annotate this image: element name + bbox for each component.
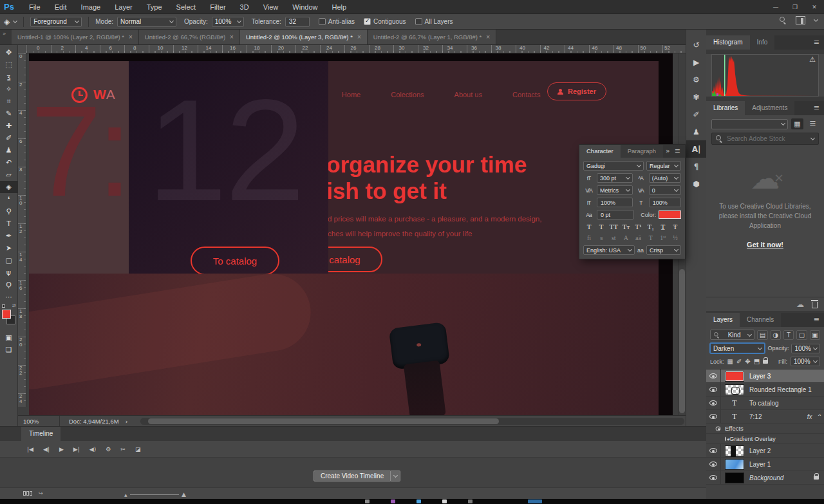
frame-view-icon[interactable]: [23, 491, 32, 496]
quick-mask-button[interactable]: ▣: [0, 331, 18, 344]
baseline-shift-input[interactable]: 0 pt: [597, 210, 634, 219]
actions-panel-icon[interactable]: ▶: [686, 53, 707, 71]
text-color-swatch[interactable]: [659, 210, 681, 219]
menu-item[interactable]: 3D: [234, 2, 255, 12]
paragraph-panel-icon[interactable]: ¶: [686, 158, 707, 175]
layer-row-rounded-rectangle-1[interactable]: Rounded Rectangle 1: [706, 383, 824, 397]
document-tab-3-active[interactable]: Untitled-2 @ 100% (Layer 3, RGB/8#) *×: [240, 30, 368, 44]
faux-italic-button[interactable]: T: [596, 223, 606, 230]
swash-button[interactable]: A: [621, 234, 631, 241]
horizontal-scrollbar-thumb[interactable]: [148, 418, 499, 424]
lock-transparent-pixels-icon[interactable]: ▦: [727, 358, 733, 365]
layer-row-background[interactable]: Background: [706, 471, 824, 485]
list-view-button[interactable]: ☰: [807, 118, 819, 129]
effect-visibility-toggle[interactable]: [706, 434, 726, 443]
path-selection-tool[interactable]: ➤: [0, 242, 18, 254]
tolerance-input[interactable]: 32: [285, 17, 310, 27]
menu-item[interactable]: Window: [286, 2, 323, 12]
filter-adjustment-layers-icon[interactable]: ◑: [771, 330, 781, 340]
tab-paragraph[interactable]: Paragraph: [621, 145, 663, 158]
close-tab-icon[interactable]: ×: [129, 33, 133, 41]
discretionary-ligatures-button[interactable]: st: [608, 234, 619, 241]
layer-visibility-toggle[interactable]: [706, 471, 721, 484]
contextual-alternates-button[interactable]: ɞ: [596, 234, 606, 241]
library-search-input[interactable]: Search Adobe Stock: [711, 133, 819, 145]
tab-histogram[interactable]: Histogram: [706, 35, 750, 50]
opacity-select[interactable]: 100%: [212, 17, 244, 27]
layer-row-layer-3[interactable]: Layer 3: [706, 369, 824, 383]
horizontal-scrollbar[interactable]: [140, 418, 684, 425]
tab-info[interactable]: Info: [750, 35, 775, 50]
go-to-previous-frame-button[interactable]: ◀|: [43, 446, 50, 453]
layer-row-layer-2[interactable]: Layer 2: [706, 444, 824, 458]
superscript-button[interactable]: T¹: [633, 223, 644, 230]
fractions-button[interactable]: ½: [670, 234, 680, 241]
lock-all-icon[interactable]: [763, 360, 768, 364]
layer-thumbnail[interactable]: [725, 459, 744, 470]
type-tool[interactable]: T: [0, 218, 18, 230]
menu-item[interactable]: Edit: [49, 2, 73, 12]
all-caps-button[interactable]: TT: [608, 223, 619, 230]
foreground-color-swatch[interactable]: [2, 310, 11, 319]
mode-select[interactable]: Normal: [117, 17, 176, 27]
tab-layers[interactable]: Layers: [706, 313, 740, 327]
faux-bold-button[interactable]: T: [584, 223, 594, 230]
titling-alternates-button[interactable]: T: [646, 234, 656, 241]
zoom-in-icon[interactable]: ▲: [182, 491, 186, 498]
close-tab-icon[interactable]: ×: [230, 33, 234, 41]
edit-toolbar-button[interactable]: ···: [0, 291, 18, 303]
pen-tool[interactable]: ✒: [0, 230, 18, 242]
tab-channels[interactable]: Channels: [740, 313, 781, 327]
grid-view-button[interactable]: ▦: [791, 118, 803, 129]
screen-mode-button[interactable]: ❏: [0, 344, 18, 356]
menu-item[interactable]: Layer: [109, 2, 138, 12]
move-tool[interactable]: ✥: [0, 46, 18, 59]
create-timeline-dropdown-icon[interactable]: [391, 471, 400, 481]
brush-presets-panel-icon[interactable]: ✾: [686, 88, 707, 106]
healing-brush-tool[interactable]: ✚: [0, 120, 18, 132]
anti-alias-checkbox-box[interactable]: [319, 18, 326, 25]
quick-selection-tool[interactable]: ✧: [0, 83, 18, 95]
menu-item[interactable]: Image: [75, 2, 107, 12]
status-menu-chevron-icon[interactable]: ›: [126, 418, 128, 425]
contiguous-checkbox[interactable]: Contiguous: [364, 18, 406, 25]
marquee-tool[interactable]: ⬚: [0, 59, 18, 71]
layer-thumbnail[interactable]: [725, 445, 744, 456]
zoom-out-icon[interactable]: ▲: [124, 492, 127, 497]
tab-libraries[interactable]: Libraries: [706, 101, 745, 115]
lock-artboard-icon[interactable]: ⬒: [754, 358, 760, 365]
layer-row-effects[interactable]: Effects: [706, 424, 824, 434]
ruler-origin-corner[interactable]: [18, 45, 26, 53]
sync-libraries-icon[interactable]: ☁: [796, 300, 804, 309]
library-select[interactable]: [711, 119, 788, 129]
mute-audio-button[interactable]: ◀): [89, 446, 96, 453]
layer-fx-badge[interactable]: fx: [807, 413, 812, 420]
close-tab-icon[interactable]: ×: [486, 33, 490, 41]
workspace-chevron-icon[interactable]: [814, 17, 818, 22]
collapse-effects-icon[interactable]: ⌃: [816, 413, 821, 420]
all-layers-checkbox[interactable]: All Layers: [415, 18, 453, 25]
layer-fill-select[interactable]: 100%: [791, 357, 820, 366]
brush-tool[interactable]: ✐: [0, 132, 18, 144]
history-brush-tool[interactable]: ↶: [0, 156, 18, 169]
layer-row-7-12[interactable]: T 7:12 fx⌃: [706, 410, 824, 424]
zoom-tool[interactable]: Ϙ: [0, 279, 18, 291]
brush-settings-panel-icon[interactable]: ✐: [686, 106, 707, 123]
layer-filter-kind-select[interactable]: Kind: [710, 330, 754, 340]
layer-opacity-select[interactable]: 100%: [791, 344, 820, 353]
tool-presets-panel-icon[interactable]: ⚙: [686, 71, 707, 88]
layer-row-gradient-overlay[interactable]: Gradient Overlay: [706, 434, 824, 444]
panel-menu-icon[interactable]: ≡: [814, 313, 824, 327]
shape-tool[interactable]: ▢: [0, 254, 18, 266]
close-tab-icon[interactable]: ×: [357, 33, 361, 41]
layer-visibility-toggle[interactable]: [706, 458, 721, 471]
panel-menu-icon[interactable]: ≡: [814, 101, 824, 115]
canvas-document[interactable]: 7: organize your time ish to get it d pr…: [29, 53, 673, 415]
render-video-icon[interactable]: ↪: [39, 490, 43, 496]
horizontal-scale-input[interactable]: 100%: [649, 198, 681, 207]
timeline-settings-button[interactable]: ⚙: [106, 446, 111, 453]
threed-panel-icon[interactable]: ⬢: [686, 175, 707, 192]
get-it-now-link[interactable]: Get it now!: [747, 241, 783, 248]
transition-button[interactable]: ◪: [135, 446, 141, 453]
language-select[interactable]: English: USA: [583, 245, 635, 255]
